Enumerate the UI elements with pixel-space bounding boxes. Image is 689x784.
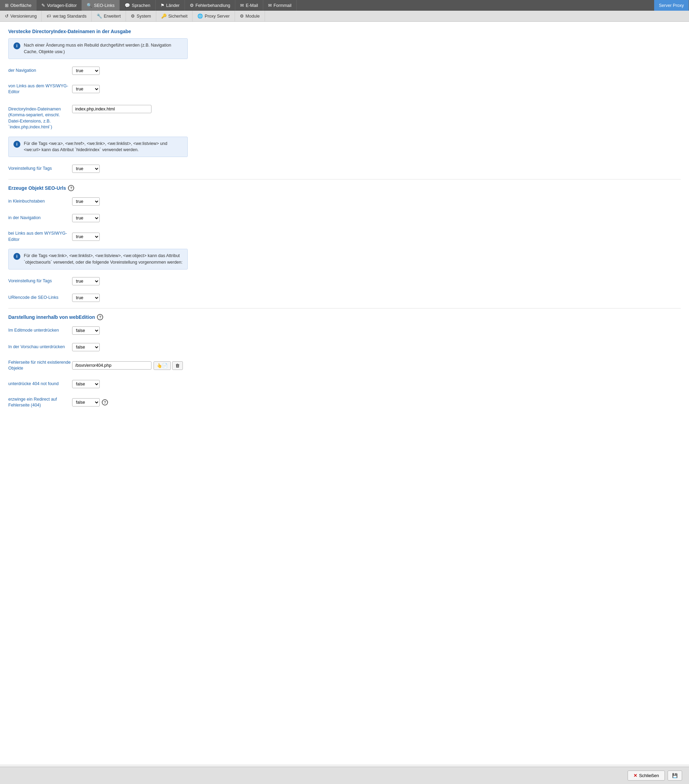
formmail-icon: ✉ [268, 3, 272, 8]
control-redirect: false true ? [72, 398, 108, 407]
sicherheit-icon: 🔑 [161, 13, 167, 19]
info-box-hidedirindex: i Für die Tags <we:a>, <we:href>, <we:li… [8, 137, 188, 157]
info-box-objectseourls: i Für die Tags <we:link>, <we:linklist>,… [8, 249, 188, 270]
select-bei-links[interactable]: true false [72, 232, 100, 241]
oberflaeche-icon: ⊞ [5, 3, 8, 8]
tab-oberflaeche[interactable]: ⊞ Oberfläche [0, 0, 36, 11]
form-row-vorschau: In der Vorschau unterdrücken false true [8, 341, 681, 353]
section-title-seo-urls: Erzeuge Objekt SEO-Urls [8, 185, 66, 191]
help-icon-darstellung[interactable]: ? [97, 314, 103, 320]
info-box-rebuild: i Nach einer Änderung muss ein Rebuild d… [8, 38, 188, 59]
section-title-directoryindex: Verstecke DirectoryIndex-Dateinamen in d… [8, 29, 681, 34]
module-icon: ⚙ [240, 13, 244, 19]
fehlerseite-actions: 👆📄 🗑 [153, 361, 183, 370]
select-urlencode[interactable]: true false [72, 294, 100, 302]
label-directoryindex: DirectoryIndex-Dateinamen (Komma-separie… [8, 105, 72, 130]
label-bei-links: bei Links aus dem WYSIWYG-Editor [8, 231, 72, 242]
divider-2 [8, 308, 681, 308]
tab-system[interactable]: ⚙ System [126, 11, 156, 21]
form-row-directoryindex: DirectoryIndex-Dateinamen (Komma-separie… [8, 101, 681, 132]
select-404[interactable]: false true [72, 380, 100, 388]
tab-laender[interactable]: ⚑ Länder [156, 0, 185, 11]
select-der-navigation[interactable]: true false [72, 67, 100, 75]
form-row-in-der-navigation: in der Navigation true false [8, 212, 681, 224]
select-editmode[interactable]: false true [72, 326, 100, 335]
help-icon-seo-urls[interactable]: ? [68, 185, 74, 191]
input-directoryindex[interactable] [72, 105, 151, 113]
control-der-navigation: true false [72, 67, 100, 75]
tab-email[interactable]: ✉ E-Mail [235, 0, 263, 11]
control-voreinstellung-1: true false [72, 165, 100, 173]
form-row-urlencode: URlencode die SEO-Links true false [8, 292, 681, 304]
tab-proxy-server[interactable]: 🌐 Proxy Server [192, 11, 235, 21]
control-in-der-navigation: true false [72, 214, 100, 222]
label-editmode: Im Editmode unterdrücken [8, 328, 72, 334]
label-404: unterdrücke 404 not found [8, 381, 72, 387]
bottom-navigation: ↺ Versionierung 🏷 we:tag Standards 🔧 Erw… [0, 11, 689, 22]
label-kleinbuchstaben: in Kleinbuchstaben [8, 198, 72, 204]
select-von-links[interactable]: true false [72, 85, 100, 93]
vorlagen-editor-icon: ✎ [41, 3, 45, 8]
fehlerbehandlung-icon: ⚙ [190, 3, 194, 8]
tab-formmail[interactable]: ✉ Formmail [263, 0, 297, 11]
control-urlencode: true false [72, 294, 100, 302]
erweitert-icon: 🔧 [97, 13, 102, 19]
label-voreinstellung-2: Voreinstellung für Tags [8, 278, 72, 284]
form-row-editmode: Im Editmode unterdrücken false true [8, 324, 681, 337]
control-vorschau: false true [72, 343, 100, 351]
select-voreinstellung-2[interactable]: true false [72, 277, 100, 285]
select-in-der-navigation[interactable]: true false [72, 214, 100, 222]
form-row-kleinbuchstaben: in Kleinbuchstaben true false [8, 195, 681, 208]
top-navigation: ⊞ Oberfläche ✎ Vorlagen-Editor 🔍 SEO-Lin… [0, 0, 689, 11]
tab-server-proxy[interactable]: Server Proxy [654, 0, 689, 11]
select-redirect[interactable]: false true [72, 398, 100, 407]
fehlerseite-pick-button[interactable]: 👆📄 [153, 361, 171, 370]
versionierung-icon: ↺ [5, 13, 8, 19]
sprachen-icon: 💬 [125, 3, 130, 8]
info-text-hidedirindex: Für die Tags <we:a>, <we:href>, <we:link… [24, 140, 183, 153]
control-kleinbuchstaben: true false [72, 198, 100, 206]
laender-icon: ⚑ [160, 3, 164, 8]
form-row-404: unterdrücke 404 not found false true [8, 378, 681, 390]
tab-fehlerbehandlung[interactable]: ⚙ Fehlerbehandlung [185, 0, 236, 11]
control-bei-links: true false [72, 232, 100, 241]
form-row-fehlerseite: Fehlerseite für nicht existierende Objek… [8, 357, 681, 374]
help-icon-redirect[interactable]: ? [102, 399, 108, 405]
label-der-navigation: der Navigation [8, 68, 72, 74]
info-icon-1: i [13, 43, 20, 49]
system-icon: ⚙ [131, 13, 135, 19]
control-von-links: true false [72, 85, 100, 93]
select-kleinbuchstaben[interactable]: true false [72, 198, 100, 206]
main-content: Verstecke DirectoryIndex-Dateinamen in d… [0, 22, 689, 764]
section-heading-seo-urls: Erzeuge Objekt SEO-Urls ? [8, 185, 681, 191]
wetag-icon: 🏷 [46, 13, 51, 19]
form-row-voreinstellung-2: Voreinstellung für Tags true false [8, 275, 681, 287]
tab-sicherheit[interactable]: 🔑 Sicherheit [156, 11, 193, 21]
tab-erweitert[interactable]: 🔧 Erweitert [92, 11, 126, 21]
select-vorschau[interactable]: false true [72, 343, 100, 351]
form-row-voreinstellung-1: Voreinstellung für Tags true false [8, 163, 681, 175]
proxy-server-icon: 🌐 [197, 13, 203, 19]
tab-module[interactable]: ⚙ Module [235, 11, 265, 21]
label-fehlerseite: Fehlerseite für nicht existierende Objek… [8, 359, 72, 372]
fehlerseite-delete-button[interactable]: 🗑 [172, 361, 183, 370]
control-directoryindex [72, 105, 151, 113]
tab-vorlagen-editor[interactable]: ✎ Vorlagen-Editor [36, 0, 82, 11]
label-vorschau: In der Vorschau unterdrücken [8, 344, 72, 350]
label-von-links: von Links aus dem WYSIWYG-Editor [8, 83, 72, 95]
info-text-rebuild: Nach einer Änderung muss ein Rebuild dur… [24, 42, 183, 55]
control-editmode: false true [72, 326, 100, 335]
tab-sprachen[interactable]: 💬 Sprachen [120, 0, 156, 11]
select-voreinstellung-1[interactable]: true false [72, 165, 100, 173]
label-voreinstellung-1: Voreinstellung für Tags [8, 166, 72, 172]
email-icon: ✉ [240, 3, 244, 8]
tab-wetag-standards[interactable]: 🏷 we:tag Standards [42, 11, 91, 21]
seo-links-icon: 🔍 [87, 3, 92, 8]
info-text-objectseourls: Für die Tags <we:link>, <we:linklist>, <… [24, 253, 183, 266]
form-row-von-links: von Links aus dem WYSIWYG-Editor true fa… [8, 81, 681, 97]
tab-versionierung[interactable]: ↺ Versionierung [0, 11, 42, 21]
control-voreinstellung-2: true false [72, 277, 100, 285]
tab-seo-links[interactable]: 🔍 SEO-Links [82, 0, 120, 11]
input-fehlerseite[interactable] [72, 361, 151, 370]
label-urlencode: URlencode die SEO-Links [8, 295, 72, 301]
